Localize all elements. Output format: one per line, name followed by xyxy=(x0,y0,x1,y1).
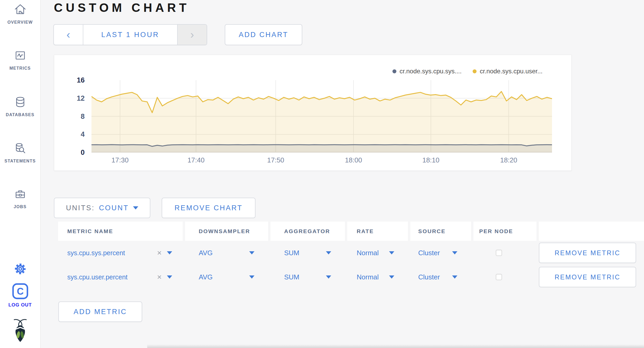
logout-label: LOG OUT xyxy=(8,302,32,308)
y-tick-label: 4 xyxy=(81,130,85,139)
chevron-down-icon[interactable] xyxy=(167,275,172,279)
metric-row: sys.cpu.user.percent × AVG SUM Normal xyxy=(58,265,644,289)
briefcase-icon xyxy=(14,188,27,200)
column-header-aggregator: AGGREGATOR xyxy=(270,222,345,241)
time-window-next-button[interactable]: › xyxy=(178,25,207,45)
units-label: UNITS: xyxy=(66,204,95,212)
sidebar-item-label: JOBS xyxy=(14,204,27,209)
settings-button[interactable] xyxy=(0,262,40,275)
x-tick-label: 18:20 xyxy=(500,156,517,164)
source-select[interactable]: Cluster xyxy=(410,265,471,289)
sidebar-item-statements[interactable]: STATEMENTS xyxy=(0,142,40,163)
chevron-down-icon xyxy=(133,206,138,209)
cockroach-bug-logo xyxy=(0,318,40,342)
sidebar-item-label: METRICS xyxy=(9,66,31,71)
chevron-down-icon[interactable] xyxy=(167,251,172,254)
x-tick-label: 17:30 xyxy=(111,156,129,164)
metric-name-link[interactable]: sys.cpu.sys.percent xyxy=(67,249,125,257)
remove-chart-button[interactable]: REMOVE CHART xyxy=(162,198,255,218)
sidebar-item-jobs[interactable]: JOBS xyxy=(0,188,40,209)
y-axis-labels: 0481216 xyxy=(54,55,88,171)
sidebar-item-metrics[interactable]: METRICS xyxy=(0,49,40,71)
time-window-dropdown[interactable]: LAST 1 HOUR xyxy=(83,25,178,45)
y-tick-label: 0 xyxy=(81,148,85,157)
chevron-down-icon xyxy=(249,275,254,279)
metrics-chart-icon xyxy=(14,49,27,62)
chevron-down-icon xyxy=(326,275,331,279)
x-tick-label: 17:40 xyxy=(187,156,205,164)
downsampler-select[interactable]: AVG xyxy=(185,241,268,265)
y-tick-label: 8 xyxy=(81,112,85,121)
add-chart-button[interactable]: ADD CHART xyxy=(225,24,302,45)
chevron-left-icon: ‹ xyxy=(67,28,70,41)
x-tick-label: 17:50 xyxy=(267,156,284,164)
metric-name-link[interactable]: sys.cpu.user.percent xyxy=(67,273,127,281)
column-header-rate: RATE xyxy=(347,222,408,241)
sidebar-item-label: STATEMENTS xyxy=(4,159,36,163)
database-icon xyxy=(14,96,27,108)
legend-dot-icon xyxy=(473,69,477,73)
downsampler-select[interactable]: AVG xyxy=(185,265,268,289)
column-header-per-node: PER NODE xyxy=(473,222,536,241)
units-value: COUNT xyxy=(99,204,129,212)
aggregator-select[interactable]: SUM xyxy=(270,241,345,265)
add-metric-button[interactable]: ADD METRIC xyxy=(58,301,142,322)
legend-item[interactable]: cr.node.sys.cpu.sys.... xyxy=(392,68,462,75)
chevron-down-icon xyxy=(326,251,331,254)
chevron-right-icon: › xyxy=(190,28,194,41)
chart-legend: cr.node.sys.cpu.sys....cr.node.sys.cpu.u… xyxy=(392,68,543,75)
y-tick-label: 12 xyxy=(77,94,85,103)
clear-metric-icon[interactable]: × xyxy=(157,248,162,257)
sidebar: OVERVIEW METRICS DATABASES xyxy=(0,0,41,348)
units-dropdown[interactable]: UNITS: COUNT xyxy=(54,198,150,218)
per-node-checkbox[interactable] xyxy=(496,274,502,280)
sidebar-item-label: OVERVIEW xyxy=(7,20,33,25)
legend-item[interactable]: cr.node.sys.cpu.user... xyxy=(473,68,543,75)
chevron-down-icon xyxy=(452,251,457,254)
below-fold-shadow xyxy=(147,344,644,348)
aggregator-select[interactable]: SUM xyxy=(270,265,345,289)
chart-plot[interactable] xyxy=(91,80,552,152)
metrics-table-header: METRIC NAME DOWNSAMPLER AGGREGATOR RATE … xyxy=(58,222,644,241)
legend-label: cr.node.sys.cpu.sys.... xyxy=(400,68,462,75)
chart-card: cr.node.sys.cpu.sys....cr.node.sys.cpu.u… xyxy=(54,55,572,171)
legend-dot-icon xyxy=(392,69,396,73)
rate-select[interactable]: Normal xyxy=(347,265,408,289)
column-header-downsampler: DOWNSAMPLER xyxy=(185,222,268,241)
remove-metric-button[interactable]: REMOVE METRIC xyxy=(539,243,636,263)
gear-icon xyxy=(14,262,27,275)
sidebar-item-overview[interactable]: OVERVIEW xyxy=(0,3,40,25)
x-tick-label: 18:10 xyxy=(422,156,439,164)
chevron-down-icon xyxy=(389,275,394,279)
chevron-down-icon xyxy=(452,275,457,279)
remove-metric-button[interactable]: REMOVE METRIC xyxy=(539,267,636,287)
custom-chart-page: OVERVIEW METRICS DATABASES xyxy=(0,0,644,348)
metric-row: sys.cpu.sys.percent × AVG SUM Normal xyxy=(58,241,644,265)
chevron-down-icon xyxy=(249,251,254,254)
home-icon xyxy=(14,3,27,16)
clear-metric-icon[interactable]: × xyxy=(157,273,162,282)
legend-label: cr.node.sys.cpu.user... xyxy=(480,68,543,75)
time-window-selector: ‹ LAST 1 HOUR › xyxy=(53,24,207,45)
metrics-table: METRIC NAME DOWNSAMPLER AGGREGATOR RATE … xyxy=(58,222,644,289)
x-axis-labels: 17:3017:4017:5018:0018:1018:20 xyxy=(91,156,552,165)
sidebar-item-label: DATABASES xyxy=(6,112,34,117)
source-select[interactable]: Cluster xyxy=(410,241,471,265)
column-header-metric-name: METRIC NAME xyxy=(58,222,183,241)
time-window-prev-button[interactable]: ‹ xyxy=(54,25,83,45)
cockroach-c-logo-icon: C xyxy=(12,283,29,300)
chevron-down-icon xyxy=(389,251,394,254)
column-header-source: SOURCE xyxy=(410,222,471,241)
main-content: CUSTOM CHART ‹ LAST 1 HOUR › ADD CHART c… xyxy=(41,0,644,348)
svg-text:C: C xyxy=(17,286,24,297)
sidebar-item-databases[interactable]: DATABASES xyxy=(0,96,40,117)
rate-select[interactable]: Normal xyxy=(347,241,408,265)
per-node-checkbox[interactable] xyxy=(496,250,502,256)
logout-button[interactable]: C LOG OUT xyxy=(0,283,40,308)
page-title: CUSTOM CHART xyxy=(54,1,190,15)
column-header-actions xyxy=(539,222,644,241)
y-tick-label: 16 xyxy=(77,76,85,84)
database-search-icon xyxy=(14,142,27,155)
x-tick-label: 18:00 xyxy=(345,156,362,164)
